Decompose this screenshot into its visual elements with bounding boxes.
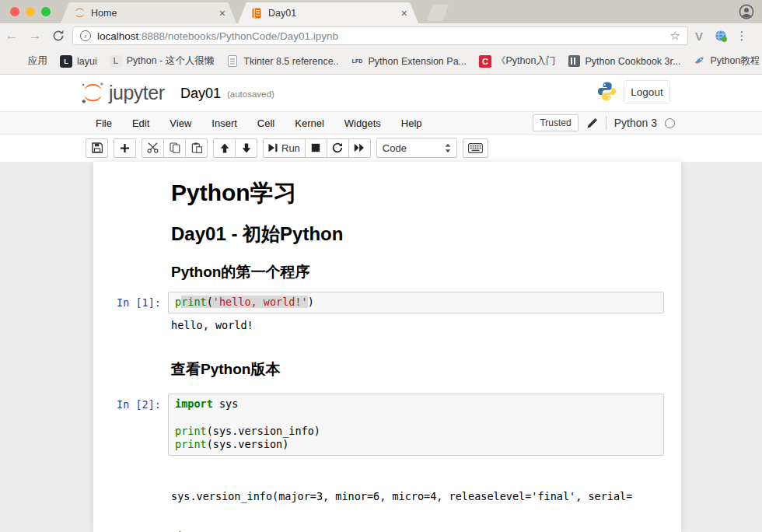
browser-toolbar: ← → i localhost:8888/notebooks/PythonCod… bbox=[0, 23, 762, 48]
bookmarks-bar: 应用 L layui L Python - 这个人很懒 Tkinter 8.5 … bbox=[0, 48, 762, 75]
tab-day01[interactable]: Day01 × bbox=[238, 2, 418, 23]
back-icon[interactable]: ← bbox=[0, 28, 23, 44]
profile-icon[interactable] bbox=[739, 4, 754, 19]
logout-button[interactable]: Logout bbox=[624, 80, 670, 103]
code-token: ) bbox=[308, 296, 314, 308]
bookmark-tkinter[interactable]: Tkinter 8.5 reference.. bbox=[223, 55, 341, 68]
copy-cell-button[interactable] bbox=[163, 138, 186, 158]
menu-bar: File Edit View Insert Cell Kernel Widget… bbox=[0, 111, 762, 135]
jupyter-logo-icon[interactable] bbox=[81, 81, 105, 105]
input-prompt: In [1]: bbox=[93, 292, 168, 313]
apps-grid-icon bbox=[12, 56, 23, 67]
new-tab-button[interactable] bbox=[427, 5, 449, 21]
bookmark-label: Python Extension Pa... bbox=[369, 56, 467, 67]
kernel-name: Python 3 bbox=[614, 117, 657, 129]
translate-extension-icon[interactable] bbox=[710, 30, 732, 43]
menu-view[interactable]: View bbox=[159, 117, 201, 129]
tab-strip: Home × Day01 × bbox=[0, 0, 762, 23]
close-tab-icon[interactable]: × bbox=[398, 7, 411, 19]
menu-widgets[interactable]: Widgets bbox=[334, 117, 391, 129]
run-cell-button[interactable]: Run bbox=[263, 138, 306, 158]
csdn-favicon-icon: C bbox=[479, 55, 491, 68]
macos-traffic-lights bbox=[10, 7, 51, 16]
menu-insert[interactable]: Insert bbox=[201, 117, 247, 129]
close-tab-icon[interactable]: × bbox=[216, 7, 229, 19]
url-host: localhost bbox=[97, 30, 138, 42]
bookmark-label: layui bbox=[77, 56, 97, 67]
notebook-title[interactable]: Day01 bbox=[180, 86, 221, 102]
interrupt-kernel-button[interactable] bbox=[305, 138, 327, 158]
cell-type-select[interactable]: Code bbox=[376, 138, 457, 158]
notebook-toolbar: Run Code bbox=[0, 135, 762, 161]
menu-file[interactable]: File bbox=[86, 117, 122, 129]
markdown-heading-3[interactable]: Python的第一个程序 bbox=[171, 264, 664, 281]
tab-label: Home bbox=[91, 8, 211, 19]
jupyter-brand-text[interactable]: jupyter bbox=[109, 82, 165, 104]
zoom-window-button[interactable] bbox=[41, 7, 51, 16]
notebook-status-area: Trusted Python 3 bbox=[533, 114, 762, 131]
save-button[interactable] bbox=[86, 138, 108, 158]
page-info-icon[interactable]: i bbox=[80, 30, 91, 41]
cut-cell-button[interactable] bbox=[142, 138, 164, 158]
restart-run-all-button[interactable] bbox=[348, 138, 371, 158]
url-text: localhost:8888/notebooks/PythonCode/Day0… bbox=[97, 30, 338, 42]
notebook-file-icon bbox=[250, 7, 263, 19]
bookmark-python-cookbook[interactable]: Python Cookbook 3r... bbox=[565, 55, 683, 68]
letter-l-favicon-icon: L bbox=[110, 55, 122, 68]
browser-window: Home × Day01 × bbox=[0, 0, 762, 532]
code-token: p bbox=[175, 296, 181, 308]
vimium-extension-icon[interactable]: V bbox=[688, 30, 710, 43]
restart-kernel-button[interactable] bbox=[327, 138, 349, 158]
bookmark-label: 应用 bbox=[28, 54, 47, 68]
forward-icon[interactable]: → bbox=[23, 28, 47, 44]
markdown-heading-2[interactable]: Day01 - 初始Python bbox=[171, 223, 664, 245]
jupyter-logo-row: jupyter Day01 (autosaved) Logout bbox=[0, 75, 762, 111]
bookmark-python-blog[interactable]: L Python - 这个人很懒 bbox=[107, 54, 218, 68]
reload-icon[interactable] bbox=[47, 30, 70, 42]
bookmark-label: Python Cookbook 3r... bbox=[585, 56, 680, 67]
chrome-menu-icon[interactable]: ⋮ bbox=[732, 29, 752, 43]
code-cell-1[interactable]: In [1]: print('hello, world!') bbox=[93, 292, 664, 313]
bookmark-apps[interactable]: 应用 bbox=[9, 54, 51, 68]
code-input-area[interactable]: print('hello, world!') bbox=[168, 292, 664, 313]
markdown-heading-1[interactable]: Python学习 bbox=[171, 180, 664, 206]
bookmark-layui[interactable]: L layui bbox=[57, 55, 100, 68]
minimize-window-button[interactable] bbox=[26, 7, 35, 16]
output-line: 0) bbox=[171, 530, 664, 532]
add-cell-button[interactable] bbox=[114, 138, 136, 158]
kernel-idle-icon bbox=[665, 118, 675, 128]
divider bbox=[606, 116, 606, 130]
command-palette-button[interactable] bbox=[463, 138, 488, 158]
bookmark-python-tutorial[interactable]: Python教程 bbox=[690, 54, 762, 68]
bookmark-python-extensions[interactable]: LFD Python Extension Pa... bbox=[348, 55, 470, 68]
code-input-area[interactable]: import sys print(sys.version_info) print… bbox=[168, 394, 664, 456]
bookmark-label: Python - 这个人很懒 bbox=[127, 54, 215, 68]
autosave-status: (autosaved) bbox=[227, 89, 274, 99]
book-favicon-icon bbox=[568, 55, 580, 68]
tab-label: Day01 bbox=[268, 8, 393, 19]
rocket-favicon-icon bbox=[693, 55, 705, 68]
markdown-heading-3[interactable]: 查看Python版本 bbox=[171, 361, 664, 378]
notebook-container: Python学习 Day01 - 初始Python Python的第一个程序 I… bbox=[93, 162, 681, 532]
bookmark-star-icon[interactable]: ☆ bbox=[670, 29, 680, 43]
pencil-icon bbox=[586, 117, 598, 129]
trusted-button[interactable]: Trusted bbox=[533, 114, 578, 131]
python-logo-icon bbox=[596, 81, 617, 102]
menu-kernel[interactable]: Kernel bbox=[285, 117, 334, 129]
paste-cell-button[interactable] bbox=[185, 138, 208, 158]
jupyter-favicon-icon bbox=[73, 7, 86, 19]
bookmark-python-intro[interactable]: C 《Python入门 bbox=[476, 54, 558, 68]
move-cell-down-button[interactable] bbox=[235, 138, 257, 158]
move-cell-up-button[interactable] bbox=[213, 138, 236, 158]
menu-help[interactable]: Help bbox=[391, 117, 432, 129]
menu-edit[interactable]: Edit bbox=[122, 117, 159, 129]
close-window-button[interactable] bbox=[10, 7, 19, 16]
notebook-body: Python学习 Day01 - 初始Python Python的第一个程序 I… bbox=[0, 162, 762, 532]
address-bar[interactable]: i localhost:8888/notebooks/PythonCode/Da… bbox=[72, 26, 688, 45]
input-prompt: In [2]: bbox=[93, 394, 168, 456]
run-button-label: Run bbox=[281, 142, 300, 154]
code-cell-2[interactable]: In [2]: import sys print(sys.version_inf… bbox=[93, 394, 664, 456]
tab-home[interactable]: Home × bbox=[61, 2, 236, 23]
page-favicon-icon bbox=[226, 55, 239, 68]
menu-cell[interactable]: Cell bbox=[247, 117, 285, 129]
